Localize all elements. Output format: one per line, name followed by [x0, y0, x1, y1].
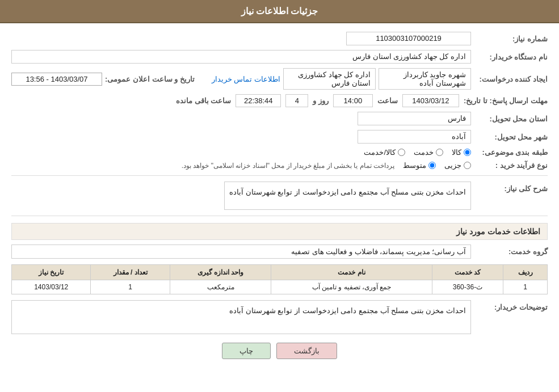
deadline-time: 14:00	[333, 94, 373, 107]
td-row: 1	[503, 280, 548, 294]
category-radio-khedmat[interactable]	[436, 149, 443, 156]
need-desc-value: احداث مخزن بتنی مسلح آب مجتمع دامی ایزدخ…	[224, 182, 471, 210]
services-table: ردیف کد خدمت نام خدمت واحد اندازه گیری ت…	[11, 264, 548, 294]
buyer-notes-row: توضیحات خریدار: احداث مخزن بتنی مسلح آب …	[11, 300, 548, 334]
need-number-label: شماره نیاز:	[474, 35, 548, 43]
creator-row: ایجاد کننده درخواست: شهره جاوید کاربرداز…	[11, 68, 548, 90]
need-number-row: شماره نیاز: 1103003107000219	[11, 32, 548, 45]
category-option-3[interactable]: کالا/خدمت	[364, 148, 405, 157]
category-radio-kala[interactable]	[464, 149, 471, 156]
category-label-kala: کالا	[452, 148, 461, 157]
buttons-row: بازگشت چاپ	[11, 343, 548, 368]
deadline-row: مهلت ارسال پاسخ: تا تاریخ: 1403/03/12 سا…	[11, 94, 548, 107]
category-option-2[interactable]: خدمت	[414, 148, 443, 157]
td-name: جمع آوری، تصفیه و تامین آب	[271, 280, 432, 294]
th-row: ردیف	[503, 265, 548, 280]
td-quantity: 1	[91, 280, 170, 294]
province-value: فارس	[358, 112, 471, 125]
process-radio-motevaset[interactable]	[428, 162, 436, 169]
deadline-label: مهلت ارسال پاسخ: تا تاریخ:	[464, 96, 548, 105]
service-group-value: آب رسانی؛ مدیریت پسماند، فاضلاب و فعالیت…	[11, 245, 471, 259]
divider-1	[11, 175, 548, 176]
category-row: طبقه بندی موضوعی: کالا خدمت کالا/خدمت	[11, 148, 548, 157]
category-label: طبقه بندی موضوعی:	[474, 148, 548, 157]
process-label-motevaset: متوسط	[403, 161, 426, 170]
city-row: شهر محل تحویل: آباده	[11, 130, 548, 144]
page-wrapper: جزئیات اطلاعات نیاز شماره نیاز: 11030031…	[0, 0, 559, 392]
process-option-jozii[interactable]: جزیی	[444, 161, 471, 170]
th-name: نام خدمت	[271, 265, 432, 280]
province-label: استان محل تحویل:	[474, 115, 548, 123]
print-button[interactable]: چاپ	[222, 343, 271, 359]
category-option-1[interactable]: کالا	[452, 148, 471, 157]
services-section-header: اطلاعات خدمات مورد نیاز	[11, 223, 548, 240]
creator-value: شهره جاوید کاربرداز شهرستان آباده	[379, 68, 471, 90]
buyer-org-label: نام دستگاه خریدار:	[474, 53, 548, 61]
back-button[interactable]: بازگشت	[276, 343, 337, 359]
announce-date-value: 1403/03/07 - 13:56	[11, 73, 102, 86]
td-code: ث-36-360	[432, 280, 503, 294]
category-radio-both[interactable]	[398, 149, 405, 156]
category-radio-group: کالا خدمت کالا/خدمت	[11, 148, 471, 157]
th-qty: تعداد / مقدار	[91, 265, 170, 280]
buyer-notes-label: توضیحات خریدار:	[474, 300, 548, 311]
content-area: شماره نیاز: 1103003107000219 نام دستگاه …	[0, 23, 559, 376]
process-radio-jozii[interactable]	[464, 162, 471, 169]
service-group-label: گروه خدمت:	[474, 247, 548, 256]
th-date: تاریخ نیاز	[12, 265, 91, 280]
deadline-days-label: روز و	[313, 96, 329, 105]
buyer-org-row: نام دستگاه خریدار: اداره کل جهاد کشاورزی…	[11, 50, 548, 64]
deadline-time-label: ساعت	[377, 96, 398, 105]
buyer-org-value: اداره کل جهاد کشاورزی استان فارس	[11, 50, 471, 64]
page-header: جزئیات اطلاعات نیاز	[0, 0, 559, 23]
deadline-days: 4	[285, 94, 308, 107]
creator-label: ایجاد کننده درخواست:	[474, 75, 548, 83]
process-note: پرداخت تمام یا بخشی از مبلغ خریدار از مح…	[182, 162, 394, 170]
page-title: جزئیات اطلاعات نیاز	[241, 6, 318, 16]
process-row: نوع فرآیند خرید : جزیی متوسط پرداخت تمام…	[11, 161, 548, 170]
service-group-row: گروه خدمت: آب رسانی؛ مدیریت پسماند، فاضل…	[11, 245, 548, 259]
table-header-row: ردیف کد خدمت نام خدمت واحد اندازه گیری ت…	[12, 265, 548, 280]
announce-date-label: تاریخ و ساعت اعلان عمومی:	[105, 75, 195, 83]
buyer-notes-value: احداث مخزن بتنی مسلح آب مجتمع دامی ایزدخ…	[11, 300, 471, 334]
divider-2	[11, 216, 548, 216]
td-unit: مترمکعب	[170, 280, 271, 294]
contact-link[interactable]: اطلاعات تماس خریدار	[212, 75, 280, 83]
process-label: نوع فرآیند خرید :	[474, 161, 548, 170]
deadline-date: 1403/03/12	[402, 94, 459, 107]
remain-time: 22:38:44	[236, 94, 281, 107]
category-label-khedmat: خدمت	[414, 148, 434, 157]
creator-org-value: اداره کل جهاد کشاورزی استان فارس	[283, 68, 376, 90]
creator-group: شهره جاوید کاربرداز شهرستان آباده اداره …	[212, 68, 471, 90]
process-radio-group: جزیی متوسط پرداخت تمام یا بخشی از مبلغ خ…	[11, 161, 471, 170]
need-desc-row: شرح کلی نیاز: احداث مخزن بتنی مسلح آب مج…	[11, 182, 548, 210]
need-number-value: 1103003107000219	[346, 32, 471, 45]
remain-label: ساعت باقی مانده	[176, 96, 231, 105]
province-row: استان محل تحویل: فارس	[11, 112, 548, 125]
city-value: آباده	[358, 130, 471, 144]
category-label-both: کالا/خدمت	[364, 148, 396, 157]
process-label-jozii: جزیی	[444, 161, 461, 170]
table-row: 1ث-36-360جمع آوری، تصفیه و تامین آبمترمک…	[12, 280, 548, 294]
need-desc-label: شرح کلی نیاز:	[474, 182, 548, 193]
process-option-motevaset[interactable]: متوسط	[403, 161, 436, 170]
th-unit: واحد اندازه گیری	[170, 265, 271, 280]
services-section: اطلاعات خدمات مورد نیاز گروه خدمت: آب رس…	[11, 223, 548, 294]
th-code: کد خدمت	[432, 265, 503, 280]
td-date: 1403/03/12	[12, 280, 91, 294]
city-label: شهر محل تحویل:	[474, 133, 548, 141]
